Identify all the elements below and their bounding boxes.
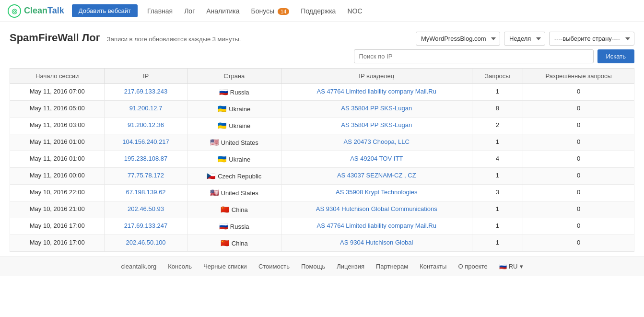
footer-link-pricing[interactable]: Стоимость (258, 263, 290, 270)
owner-link[interactable]: AS 35804 PP SKS-Lugan (341, 121, 412, 129)
cell-ip: 104.156.240.217 (105, 134, 187, 151)
owner-link[interactable]: AS 47764 Limited liability company Mail.… (317, 222, 436, 229)
footer-link-contacts[interactable]: Контакты (420, 263, 446, 270)
nav-link-analytics[interactable]: Аналитика (206, 7, 239, 15)
footer-link-about[interactable]: О проекте (458, 263, 487, 270)
table-row: May 10, 2016 17:00217.69.133.247🇷🇺Russia… (10, 218, 634, 235)
owner-link[interactable]: AS 35804 PP SKS-Lugan (341, 105, 412, 112)
cell-session: May 11, 2016 05:00 (10, 101, 105, 117)
ip-link[interactable]: 67.198.139.62 (126, 188, 165, 196)
cell-ip: 217.69.133.247 (105, 218, 187, 235)
cell-country: 🇷🇺Russia (187, 84, 281, 101)
owner-link[interactable]: AS 47764 Limited liability company Mail.… (317, 88, 436, 95)
cell-requests: 1 (472, 235, 523, 252)
site-dropdown[interactable]: MyWordPressBlog.com (416, 32, 500, 46)
cell-owner: AS 35804 PP SKS-Lugan (281, 101, 472, 117)
owner-link[interactable]: AS 20473 Choopa, LLC (344, 138, 410, 145)
owner-link[interactable]: AS 43037 SEZNAM-CZ , CZ (337, 172, 416, 179)
cell-ip: 217.69.133.243 (105, 84, 187, 101)
table-row: May 11, 2016 05:0091.200.12.7🇺🇦UkraineAS… (10, 101, 634, 117)
cell-session: May 11, 2016 01:00 (10, 134, 105, 151)
country-flag-icon: 🇷🇺 (219, 222, 228, 230)
cell-session: May 10, 2016 21:00 (10, 201, 105, 218)
nav-link-log[interactable]: Лог (184, 7, 195, 15)
cell-session: May 11, 2016 00:00 (10, 168, 105, 185)
controls-section: MyWordPressBlog.com Неделя ----выберите … (354, 32, 635, 63)
cell-owner: AS 43037 SEZNAM-CZ , CZ (281, 168, 472, 185)
cell-requests: 3 (472, 185, 523, 201)
ip-link[interactable]: 202.46.50.100 (126, 239, 165, 246)
log-table: Начало сессии IP Страна IP владелец Запр… (10, 68, 634, 252)
table-row: May 10, 2016 21:00202.46.50.93🇨🇳ChinaAS … (10, 201, 634, 218)
footer-link-help[interactable]: Помощь (301, 263, 325, 270)
cell-session: May 10, 2016 17:00 (10, 218, 105, 235)
col-header-country: Страна (187, 69, 281, 84)
country-dropdown[interactable]: ----выберите страну---- (549, 32, 634, 46)
footer-link-console[interactable]: Консоль (168, 263, 192, 270)
cell-allowed: 0 (523, 168, 634, 185)
ip-link[interactable]: 217.69.133.247 (124, 222, 167, 229)
footer-link-license[interactable]: Лицензия (337, 263, 364, 270)
footer-link-partners[interactable]: Партнерам (376, 263, 408, 270)
ip-link[interactable]: 195.238.108.87 (124, 155, 167, 162)
cell-owner: AS 9304 Hutchison Global (281, 235, 472, 252)
ip-link[interactable]: 104.156.240.217 (122, 138, 169, 145)
period-dropdown[interactable]: Неделя (504, 32, 545, 46)
owner-link[interactable]: AS 35908 Krypt Technologies (336, 188, 417, 196)
cell-country: 🇨🇳China (187, 201, 281, 218)
header-row: Начало сессии IP Страна IP владелец Запр… (10, 69, 634, 84)
footer-link-blacklists[interactable]: Черные списки (203, 263, 247, 270)
cell-owner: AS 47764 Limited liability company Mail.… (281, 84, 472, 101)
owner-link[interactable]: AS 9304 Hutchison Global (340, 239, 413, 246)
cell-ip: 195.238.108.87 (105, 151, 187, 168)
nav-link-bonuses[interactable]: Бонусы 14 (251, 7, 290, 15)
owner-link[interactable]: AS 49204 TOV ITT (350, 155, 403, 162)
nav-link-noc[interactable]: NOC (347, 7, 362, 15)
col-header-ip: IP (105, 69, 187, 84)
add-site-button[interactable]: Добавить вебсайт (72, 4, 138, 17)
cell-requests: 1 (472, 134, 523, 151)
cell-session: May 10, 2016 17:00 (10, 235, 105, 252)
cell-allowed: 0 (523, 235, 634, 252)
footer-lang[interactable]: 🇷🇺 RU ▾ (499, 263, 523, 270)
cell-requests: 1 (472, 84, 523, 101)
cell-owner: AS 9304 Hutchison Global Communications (281, 201, 472, 218)
ip-link[interactable]: 91.200.12.36 (128, 121, 164, 129)
table-body: May 11, 2016 07:00217.69.133.243🇷🇺Russia… (10, 84, 634, 252)
search-ip-input[interactable] (354, 49, 594, 63)
ip-link[interactable]: 217.69.133.243 (124, 88, 167, 95)
cell-country: 🇺🇦Ukraine (187, 101, 281, 117)
cell-owner: AS 35908 Krypt Technologies (281, 185, 472, 201)
ip-link[interactable]: 202.46.50.93 (128, 205, 164, 212)
search-button[interactable]: Искать (597, 49, 635, 63)
table-header: Начало сессии IP Страна IP владелец Запр… (10, 69, 634, 84)
ip-link[interactable]: 91.200.12.7 (129, 105, 163, 112)
page-content: SpamFireWall Лог Записи в логе обновляют… (0, 22, 644, 252)
table-row: May 10, 2016 22:0067.198.139.62🇺🇸United … (10, 185, 634, 201)
country-flag-icon: 🇺🇦 (218, 105, 227, 113)
cell-allowed: 0 (523, 101, 634, 117)
cell-allowed: 0 (523, 84, 634, 101)
cell-requests: 4 (472, 151, 523, 168)
nav-links: Главная Лог Аналитика Бонусы 14 Поддержк… (147, 7, 636, 15)
nav-link-support[interactable]: Поддержка (301, 7, 336, 15)
cell-session: May 11, 2016 03:00 (10, 117, 105, 134)
country-flag-icon: 🇨🇿 (207, 172, 216, 180)
footer-lang-label: RU (509, 263, 518, 270)
owner-link[interactable]: AS 9304 Hutchison Global Communications (316, 205, 437, 212)
cell-allowed: 0 (523, 201, 634, 218)
country-flag-icon: 🇺🇦 (218, 121, 227, 129)
country-flag-icon: 🇺🇸 (210, 188, 219, 197)
cell-session: May 11, 2016 07:00 (10, 84, 105, 101)
cell-requests: 1 (472, 218, 523, 235)
brand-logo[interactable]: ◎ CleanTalk (8, 4, 64, 18)
nav-link-home[interactable]: Главная (147, 7, 173, 15)
cell-session: May 10, 2016 22:00 (10, 185, 105, 201)
table-row: May 11, 2016 01:00195.238.108.87🇺🇦Ukrain… (10, 151, 634, 168)
brand-name: CleanTalk (24, 6, 64, 16)
cell-allowed: 0 (523, 117, 634, 134)
country-flag-icon: 🇺🇸 (210, 138, 219, 146)
ip-link[interactable]: 77.75.78.172 (128, 172, 164, 179)
cell-requests: 1 (472, 201, 523, 218)
footer-link-cleantalk-org[interactable]: cleantalk.org (121, 263, 156, 270)
